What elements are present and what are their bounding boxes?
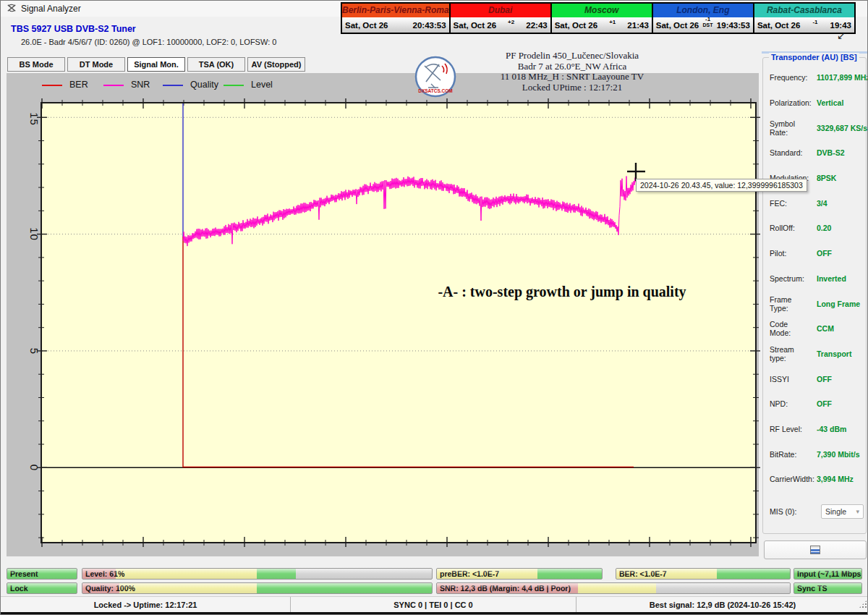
clock-utc-offset: +1	[609, 20, 616, 25]
clock-date: Sat, Oct 26	[345, 21, 388, 30]
transponder-panel: Transponder (AU) [BS] Frequency:11017,89…	[762, 57, 867, 534]
clock-time-row: Sat, Oct 26 +1 21:43	[552, 17, 652, 33]
tab-signal-mon[interactable]: Signal Mon.	[127, 57, 185, 72]
clock-city-label: Dubai	[451, 4, 550, 17]
status-sync-counters: SYNC 0 | TEI 0 | CC 0	[290, 597, 576, 613]
window-bottom-edge	[1, 612, 868, 615]
y-tick-15: 15	[28, 105, 41, 134]
dxsatcs-logo: DXSATCS.COM	[414, 56, 456, 98]
clock-date: Sat, Oct 26	[454, 21, 496, 30]
tab-av[interactable]: AV (Stopped)	[247, 57, 305, 72]
app-title: Signal Analyzer	[21, 4, 81, 14]
clock-date: Sat, Oct 26	[656, 21, 699, 30]
satellite-dish-icon	[7, 3, 17, 14]
signal-analyzer-window: Signal Analyzer TBS 5927 USB DVB-S2 Tune…	[0, 0, 868, 615]
ber-line-swatch	[42, 85, 62, 86]
quality-bar: Quality: 100%	[82, 582, 433, 594]
clock-date: Sat, Oct 26	[757, 21, 800, 30]
tp-row-npd: NPD:OFF	[763, 391, 866, 417]
clock-utc-offset: -1	[812, 20, 817, 25]
clock-date: Sat, Oct 26	[555, 21, 597, 30]
clock-moscow: Moscow Sat, Oct 26 +1 21:43	[552, 4, 652, 33]
tp-row-code-mode: Code Mode:CCM	[763, 316, 866, 342]
status-best-signal: Best signal: 12,9 dB (2024-10-26 15:42)	[576, 597, 868, 613]
clock-time: 20:43:53	[413, 21, 446, 30]
tab-tsa[interactable]: TSA (OK)	[187, 57, 245, 72]
tp-row-pilot: Pilot:OFF	[763, 241, 866, 266]
transponder-panel-title: Transponder (AU) [BS]	[769, 53, 859, 62]
level-line-swatch	[224, 85, 244, 86]
tp-row-rf-level: RF Level:-43 dBm	[763, 417, 866, 442]
tp-row-frequency: Frequency:11017,899 MHz	[763, 65, 866, 90]
clock-time-row: Sat, Oct 26 +2 22:43	[451, 17, 550, 33]
clock-london: London, Eng Sat, Oct 26 -1DST 19:43:53	[653, 4, 753, 33]
clock-city-label: Berlin-Paris-Vienna-Roma	[342, 4, 449, 17]
tp-row-standard: Standard:DVB-S2	[763, 140, 866, 166]
mode-tabs: BS Mode DT Mode Signal Mon. TSA (OK) AV …	[7, 57, 305, 72]
info-line-satellite: Badr 7 at 26.0°E_NW Africa	[456, 62, 688, 72]
quality-line-swatch	[163, 85, 183, 86]
chart-annotation: -A- : two-step growth or jump in quality	[377, 284, 747, 300]
tp-row-spectrum: Spectrum:Inverted	[763, 266, 866, 292]
tuner-settings-line: 26.0E - Badr 4/5/6/7 (ID: 0260) @ LOF1: …	[21, 38, 276, 46]
snr-line-swatch	[103, 85, 124, 86]
status-uptime: Locked -> Uptime: 12:17:21	[1, 597, 290, 613]
logo-text: DXSATCS.COM	[418, 88, 453, 93]
info-line-uptime: Locked UPtime : 12:17:21	[456, 82, 688, 93]
tab-bs-mode[interactable]: BS Mode	[7, 57, 65, 72]
clock-city-label: London, Eng	[653, 4, 753, 17]
clock-rabat: Rabat-Casablanca Sat, Oct 26 -1 19:43	[754, 4, 854, 33]
clock-time: 19:43	[830, 21, 851, 30]
tp-row-symbol-rate: Symbol Rate:3329,687 KS/s	[763, 115, 866, 140]
present-indicator: Present	[7, 568, 77, 580]
level-bar: Level: 61%	[82, 568, 433, 580]
mis-row: MIS (0): Single ▾	[770, 502, 864, 521]
clock-dubai: Dubai Sat, Oct 26 +2 22:43	[451, 4, 550, 33]
tp-row-polarization: Polarization:Vertical	[763, 90, 866, 116]
info-line-frequency: 11 018 MHz_H : SNRT Laayoune TV	[456, 72, 688, 82]
tp-row-frame-type: Frame Type:Long Frame	[763, 291, 866, 316]
lock-indicator: Lock	[7, 582, 77, 594]
clock-city-label: Moscow	[552, 4, 652, 17]
sync-ts-indicator: Sync TS	[793, 582, 862, 594]
snr-bar: SNR: 12,3 dB (Margin: 4,4 dB | Poor)	[436, 582, 791, 594]
tab-dt-mode[interactable]: DT Mode	[67, 57, 125, 72]
chart-tooltip: 2024-10-26 20.43.45, value: 12,399999618…	[636, 179, 807, 192]
tp-row-issyi: ISSYIOFF	[763, 366, 866, 391]
preber-bar: preBER: <1.0E-7	[436, 568, 603, 580]
clock-time-row: Sat, Oct 26 20:43:53	[342, 17, 449, 33]
mis-selected-value: Single	[825, 507, 846, 516]
signal-monitor-chart: BER SNR Quality Level 15 10 5 0	[7, 73, 759, 556]
status-bar: Locked -> Uptime: 12:17:21 SYNC 0 | TEI …	[1, 596, 868, 612]
tp-row-rolloff: RollOff:0.20	[763, 216, 866, 241]
tp-row-bitrate: BitRate:7,390 Mbit/s	[763, 441, 866, 467]
clock-time: 19:43:53	[717, 21, 750, 30]
save-icon	[810, 546, 820, 554]
clock-time: 21:43	[627, 21, 648, 30]
station-info-block: PF Prodelin 450_Lučenec/Slovakia Badr 7 …	[456, 51, 688, 93]
clock-utc-offset: +2	[508, 20, 514, 25]
tp-row-carrierwidth: CarrierWidth:3,994 MHz	[763, 467, 866, 492]
transponder-rows: Frequency:11017,899 MHz Polarization:Ver…	[763, 65, 866, 492]
ber-bar: BER: <1.0E-7	[616, 568, 791, 580]
info-line-antenna: PF Prodelin 450_Lučenec/Slovakia	[456, 51, 688, 62]
world-clock-panel: Berlin-Paris-Vienna-Roma Sat, Oct 26 20:…	[341, 2, 856, 34]
clock-panel-arrow-icon: ↙	[837, 30, 846, 41]
mis-select[interactable]: Single ▾	[821, 504, 864, 519]
clock-time: 22:43	[526, 21, 547, 30]
tuner-name: TBS 5927 USB DVB-S2 Tuner	[11, 24, 136, 34]
clock-time-row: Sat, Oct 26 -1DST 19:43:53	[653, 17, 753, 33]
mis-label: MIS (0):	[770, 507, 811, 516]
snapshot-button[interactable]	[764, 540, 867, 559]
clock-utc-offset: -1DST	[703, 17, 713, 28]
plot-canvas	[41, 102, 757, 543]
tp-row-fec: FEC:3/4	[763, 190, 866, 216]
plot-area[interactable]	[41, 102, 757, 543]
clock-berlin: Berlin-Paris-Vienna-Roma Sat, Oct 26 20:…	[342, 4, 449, 33]
chevron-down-icon: ▾	[856, 508, 859, 515]
input-bitrate-indicator: Input (~7,11 Mbps)	[793, 568, 862, 580]
clock-city-label: Rabat-Casablanca	[754, 4, 854, 17]
tp-row-stream-type: Stream type:Transport	[763, 342, 866, 367]
